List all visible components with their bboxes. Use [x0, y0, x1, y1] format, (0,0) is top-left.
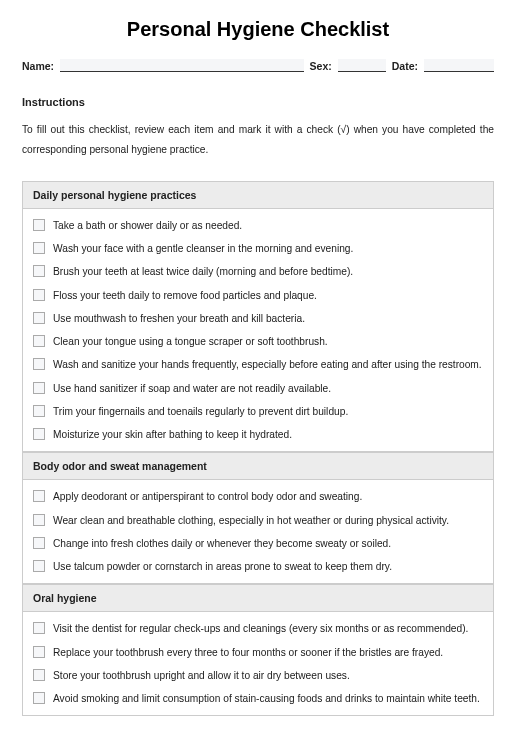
checklist-item-text: Change into fresh clothes daily or whene…: [53, 537, 391, 550]
checklist-item-text: Floss your teeth daily to remove food pa…: [53, 289, 317, 302]
checkbox[interactable]: [33, 358, 45, 370]
checklist-item: Take a bath or shower daily or as needed…: [33, 219, 483, 232]
checklist-item: Clean your tongue using a tongue scraper…: [33, 335, 483, 348]
checkbox[interactable]: [33, 265, 45, 277]
checklist-item: Store your toothbrush upright and allow …: [33, 669, 483, 682]
checklist-item: Brush your teeth at least twice daily (m…: [33, 265, 483, 278]
section-body: Apply deodorant or antiperspirant to con…: [23, 480, 493, 583]
section-header: Daily personal hygiene practices: [23, 181, 493, 209]
checklist-item-text: Moisturize your skin after bathing to ke…: [53, 428, 292, 441]
checklist-item: Visit the dentist for regular check-ups …: [33, 622, 483, 635]
checklist-item-text: Use hand sanitizer if soap and water are…: [53, 382, 331, 395]
checklist-item-text: Wear clean and breathable clothing, espe…: [53, 514, 449, 527]
checklist-item-text: Trim your fingernails and toenails regul…: [53, 405, 348, 418]
checklist-item-text: Use talcum powder or cornstarch in areas…: [53, 560, 392, 573]
checklist-item-text: Visit the dentist for regular check-ups …: [53, 622, 468, 635]
checklist-item-text: Avoid smoking and limit consumption of s…: [53, 692, 480, 705]
checkbox[interactable]: [33, 514, 45, 526]
checklist-item-text: Store your toothbrush upright and allow …: [53, 669, 350, 682]
section-body: Visit the dentist for regular check-ups …: [23, 612, 493, 715]
checklist-item: Moisturize your skin after bathing to ke…: [33, 428, 483, 441]
checkbox[interactable]: [33, 382, 45, 394]
date-label: Date:: [392, 60, 418, 72]
checklist-item-text: Use mouthwash to freshen your breath and…: [53, 312, 305, 325]
checklist-item: Use mouthwash to freshen your breath and…: [33, 312, 483, 325]
checklist-item-text: Brush your teeth at least twice daily (m…: [53, 265, 353, 278]
checklist-item: Wear clean and breathable clothing, espe…: [33, 514, 483, 527]
instructions-body: To fill out this checklist, review each …: [22, 120, 494, 161]
checkbox[interactable]: [33, 219, 45, 231]
checkbox[interactable]: [33, 289, 45, 301]
meta-form: Name: Sex: Date:: [22, 59, 494, 72]
checklist-item: Use hand sanitizer if soap and water are…: [33, 382, 483, 395]
section-header: Body odor and sweat management: [23, 452, 493, 480]
checklist-item: Apply deodorant or antiperspirant to con…: [33, 490, 483, 503]
section: Oral hygieneVisit the dentist for regula…: [22, 584, 494, 716]
page-title: Personal Hygiene Checklist: [22, 18, 494, 41]
checkbox[interactable]: [33, 335, 45, 347]
checklist-item: Wash and sanitize your hands frequently,…: [33, 358, 483, 371]
checkbox[interactable]: [33, 490, 45, 502]
checklist-item: Use talcum powder or cornstarch in areas…: [33, 560, 483, 573]
section-header: Oral hygiene: [23, 584, 493, 612]
checklist-item: Trim your fingernails and toenails regul…: [33, 405, 483, 418]
checklist-item: Wash your face with a gentle cleanser in…: [33, 242, 483, 255]
checkbox[interactable]: [33, 428, 45, 440]
checkbox[interactable]: [33, 669, 45, 681]
checkbox[interactable]: [33, 405, 45, 417]
date-field[interactable]: [424, 59, 494, 72]
checklist-item-text: Wash and sanitize your hands frequently,…: [53, 358, 482, 371]
checklist-item: Floss your teeth daily to remove food pa…: [33, 289, 483, 302]
checklist-item-text: Take a bath or shower daily or as needed…: [53, 219, 242, 232]
checkbox[interactable]: [33, 537, 45, 549]
checkbox[interactable]: [33, 560, 45, 572]
checklist-item: Avoid smoking and limit consumption of s…: [33, 692, 483, 705]
section: Daily personal hygiene practicesTake a b…: [22, 181, 494, 453]
checkbox[interactable]: [33, 312, 45, 324]
sex-field[interactable]: [338, 59, 386, 72]
checklist-item-text: Wash your face with a gentle cleanser in…: [53, 242, 353, 255]
section: Body odor and sweat managementApply deod…: [22, 452, 494, 584]
name-field[interactable]: [60, 59, 303, 72]
checklist-item: Replace your toothbrush every three to f…: [33, 646, 483, 659]
name-label: Name:: [22, 60, 54, 72]
checkbox[interactable]: [33, 622, 45, 634]
checklist-item-text: Apply deodorant or antiperspirant to con…: [53, 490, 362, 503]
checkbox[interactable]: [33, 242, 45, 254]
section-body: Take a bath or shower daily or as needed…: [23, 209, 493, 452]
checklist-item-text: Clean your tongue using a tongue scraper…: [53, 335, 328, 348]
checkbox[interactable]: [33, 646, 45, 658]
checkbox[interactable]: [33, 692, 45, 704]
sex-label: Sex:: [310, 60, 332, 72]
checklist-item: Change into fresh clothes daily or whene…: [33, 537, 483, 550]
checklist-item-text: Replace your toothbrush every three to f…: [53, 646, 443, 659]
instructions-heading: Instructions: [22, 96, 494, 108]
